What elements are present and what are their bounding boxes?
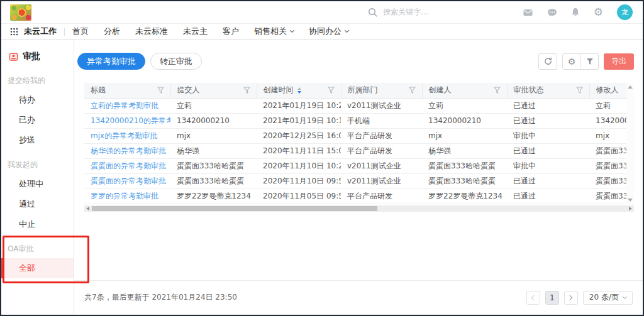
tab-regularization-approval[interactable]: 转正审批 — [150, 53, 202, 70]
current-page[interactable]: 1 — [545, 291, 559, 305]
column-settings-button[interactable]: ⚙ — [563, 54, 580, 69]
sidebar-item[interactable]: 已办 — [1, 110, 74, 130]
filter-icon[interactable] — [409, 87, 416, 94]
table-row[interactable]: 罗罗的异常考勤审批 罗罗22罗曼蒂克1234 2020年11月05日 09:57… — [84, 188, 626, 204]
scroll-right-icon[interactable] — [629, 207, 632, 210]
record-link[interactable]: 罗罗的异常考勤审批 — [91, 192, 158, 200]
nav-item-standard[interactable]: 未云标准 — [135, 26, 168, 37]
record-link[interactable]: 蛋蛋面的异常考勤审批 — [91, 161, 166, 170]
cell-created-time: 2020年11月11日 15:00 — [257, 143, 341, 158]
cell-approval-status: 已通过 — [507, 188, 589, 204]
table-row[interactable]: 蛋蛋面的异常考勤审批 蛋蛋面333哈哈蛋蛋 2020年11月10日 09:56 … — [84, 173, 626, 188]
toolbar: ⚙ 导出 — [538, 53, 634, 70]
table-row[interactable]: 立莉的异常考勤审批 立莉 2021年01月19日 10:22 v2011测试企业… — [84, 98, 626, 113]
mail-icon[interactable] — [523, 8, 533, 17]
cell-department: 平台产品研发 — [341, 143, 422, 158]
nav-item-customer[interactable]: 客户 — [223, 26, 239, 37]
horizontal-scrollbar[interactable] — [84, 205, 634, 212]
cell-title: 13420000210的异常考勤审批 — [84, 113, 170, 128]
cell-modifier: mjx — [589, 128, 626, 143]
cell-creator: 罗罗22罗曼蒂克1234 — [422, 188, 507, 204]
col-title: 标题 — [84, 83, 170, 98]
content-area: 审批 提交给我的 待办已办抄送 我发起的 处理中通过中止 OA审批 全部 异常考… — [1, 40, 643, 314]
search-placeholder: 搜索关键字... — [383, 7, 428, 18]
sidebar-item[interactable]: 处理中 — [1, 174, 74, 194]
filter-icon[interactable] — [328, 87, 335, 94]
nav-item-collab-menu[interactable]: 协同办公 — [309, 26, 348, 37]
sidebar-title-label: 审批 — [23, 51, 40, 62]
record-link[interactable]: 立莉的异常考勤审批 — [91, 101, 158, 110]
table-row[interactable]: 杨华强的异常考勤审批 杨华强 2020年11月11日 15:00 平台产品研发 … — [84, 143, 626, 158]
vertical-scrollbar[interactable] — [626, 83, 634, 204]
nav-item-home[interactable]: 首页 — [72, 26, 89, 37]
cell-creator: mjx — [422, 128, 507, 143]
scroll-down-icon[interactable] — [628, 199, 633, 202]
avatar[interactable]: 龙 — [617, 4, 633, 20]
app-launcher-icon[interactable] — [10, 28, 18, 36]
tab-row: 异常考勤审批 转正审批 ⚙ 导出 — [74, 40, 643, 70]
filter-icon[interactable] — [157, 87, 164, 94]
filter-icon[interactable] — [243, 87, 250, 94]
sidebar-section-submitted-to-me: 提交给我的 — [1, 71, 74, 90]
nav-item-sales-menu[interactable]: 销售相关 — [254, 26, 294, 37]
cell-submitter: 罗罗22罗曼蒂克1234 — [170, 188, 257, 204]
table-clip: 标题 提交人 创建时间 所属部门 创建人 审批状态 修改人 立莉的异常考勤审批 — [84, 83, 626, 204]
cell-department: 平台产品研发 — [341, 188, 422, 204]
filter-icon[interactable] — [576, 87, 583, 94]
main-nav: 未云工作 首页 分析 未云标准 未云主 客户 销售相关 协同办公 — [1, 24, 643, 40]
record-link[interactable]: 杨华强的异常考勤审批 — [91, 146, 166, 155]
cell-creator: 蛋蛋面333哈哈蛋蛋 — [422, 173, 507, 188]
cell-submitter: mjx — [170, 128, 257, 143]
cell-submitter: 13420000210 — [170, 113, 257, 128]
refresh-button[interactable] — [538, 53, 557, 70]
sidebar-group: 处理中通过中止 — [1, 174, 74, 234]
settings-gear-icon[interactable]: ⚙ — [594, 7, 603, 18]
table-row[interactable]: mjx的异常考勤审批 mjx 2020年12月25日 16:04 平台产品研发 … — [84, 128, 626, 143]
tab-abnormal-attendance-approval[interactable]: 异常考勤审批 — [77, 53, 145, 70]
cell-modifier: 蛋蛋面333哈哈蛋蛋 — [589, 158, 626, 173]
cell-created-time: 2021年01月19日 10:22 — [257, 98, 341, 113]
sidebar-item-all[interactable]: 全部 — [1, 258, 74, 278]
cell-department: v2011测试企业 — [341, 173, 422, 188]
bell-icon[interactable] — [571, 8, 580, 17]
record-count-summary: 共7条，最后更新于 2021年01月24日 23:50 — [84, 292, 237, 303]
cell-modifier: 蛋蛋面333哈哈蛋蛋 — [589, 143, 626, 158]
record-link[interactable]: 蛋蛋面的异常考勤审批 — [91, 177, 166, 185]
sort-desc-icon[interactable] — [297, 87, 301, 94]
prev-page-button[interactable] — [526, 291, 540, 305]
sidebar-item[interactable]: 待办 — [1, 90, 74, 110]
cell-department: 手机端 — [341, 113, 422, 128]
next-page-button[interactable] — [564, 291, 578, 305]
filter-button[interactable] — [580, 54, 598, 69]
sidebar-item[interactable]: 通过 — [1, 194, 74, 214]
cell-creator: 杨华强 — [422, 143, 507, 158]
export-button[interactable]: 导出 — [604, 53, 634, 70]
table-row[interactable]: 蛋蛋面的异常考勤审批 蛋蛋面333哈哈蛋蛋 2020年11月10日 10:24 … — [84, 158, 626, 173]
cell-title: 杨华强的异常考勤审批 — [84, 143, 170, 158]
nav-item-analysis[interactable]: 分析 — [104, 26, 120, 37]
page-size-select[interactable]: 20 条/页 — [583, 291, 633, 305]
cell-submitter: 立莉 — [170, 98, 257, 113]
sidebar-item[interactable]: 中止 — [1, 214, 74, 234]
cell-approval-status: 已通过 — [507, 143, 589, 158]
chat-icon[interactable] — [547, 8, 557, 17]
sidebar-item[interactable]: 抄送 — [1, 130, 74, 150]
table-row[interactable]: 13420000210的异常考勤审批 13420000210 2021年01月1… — [84, 113, 626, 128]
cell-creator: 立莉 — [422, 98, 507, 113]
app-logo[interactable] — [10, 4, 31, 21]
horizontal-scroll-thumb[interactable] — [92, 206, 377, 211]
workspace-name[interactable]: 未云工作 — [24, 26, 57, 37]
chevron-down-icon — [623, 294, 627, 298]
nav-item-master[interactable]: 未云主 — [183, 26, 208, 37]
record-link[interactable]: 13420000210的异常考勤审批 — [91, 116, 170, 125]
filter-icon[interactable] — [494, 87, 501, 94]
cell-approval-status: 已通过 — [507, 113, 589, 128]
scroll-left-icon[interactable] — [86, 207, 89, 210]
cell-title: 立莉的异常考勤审批 — [84, 98, 170, 113]
col-department: 所属部门 — [341, 83, 422, 98]
global-search[interactable]: 搜索关键字... — [368, 7, 428, 18]
cell-approval-status: 已通过 — [507, 98, 589, 113]
record-link[interactable]: mjx的异常考勤审批 — [91, 131, 157, 140]
table-header-row: 标题 提交人 创建时间 所属部门 创建人 审批状态 修改人 — [84, 83, 626, 98]
scroll-up-icon[interactable] — [628, 85, 633, 89]
